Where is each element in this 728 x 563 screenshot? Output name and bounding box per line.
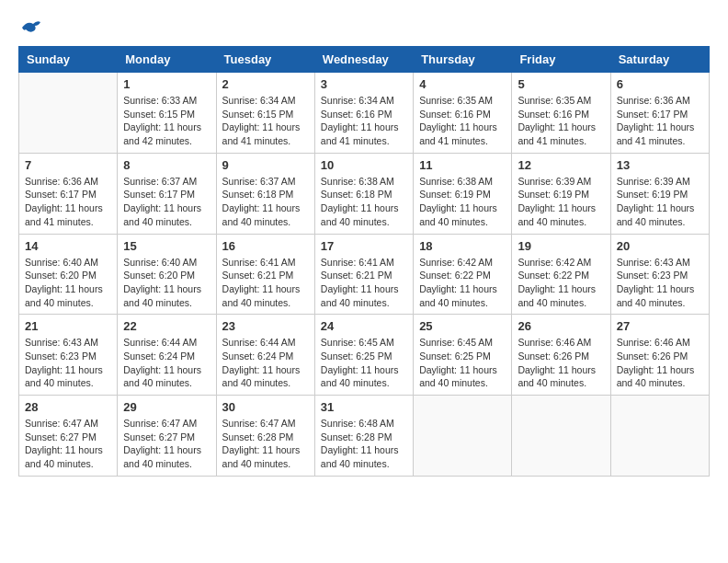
cell-info: Sunrise: 6:35 AMSunset: 6:16 PMDaylight:… — [518, 94, 604, 148]
day-number: 25 — [419, 319, 506, 333]
day-number: 16 — [222, 239, 309, 253]
cell-info: Sunrise: 6:45 AMSunset: 6:25 PMDaylight:… — [321, 336, 407, 390]
day-number: 9 — [222, 158, 309, 172]
cell-info: Sunrise: 6:46 AMSunset: 6:26 PMDaylight:… — [617, 336, 703, 390]
day-number: 8 — [123, 158, 210, 172]
calendar-cell — [512, 396, 610, 477]
day-number: 2 — [222, 77, 309, 91]
day-number: 11 — [419, 158, 506, 172]
cell-info: Sunrise: 6:36 AMSunset: 6:17 PMDaylight:… — [25, 175, 111, 229]
calendar-cell: 31Sunrise: 6:48 AMSunset: 6:28 PMDayligh… — [314, 396, 413, 477]
calendar-cell: 20Sunrise: 6:43 AMSunset: 6:23 PMDayligh… — [610, 234, 709, 315]
calendar-cell: 23Sunrise: 6:44 AMSunset: 6:24 PMDayligh… — [216, 315, 314, 396]
cell-info: Sunrise: 6:38 AMSunset: 6:18 PMDaylight:… — [321, 175, 407, 229]
day-number: 3 — [321, 77, 407, 91]
cell-info: Sunrise: 6:40 AMSunset: 6:20 PMDaylight:… — [25, 256, 111, 310]
calendar-cell: 27Sunrise: 6:46 AMSunset: 6:26 PMDayligh… — [610, 315, 709, 396]
calendar-cell: 18Sunrise: 6:42 AMSunset: 6:22 PMDayligh… — [414, 234, 512, 315]
calendar-cell: 13Sunrise: 6:39 AMSunset: 6:19 PMDayligh… — [610, 153, 709, 234]
cell-info: Sunrise: 6:41 AMSunset: 6:21 PMDaylight:… — [222, 256, 309, 310]
calendar-week-3: 14Sunrise: 6:40 AMSunset: 6:20 PMDayligh… — [19, 234, 710, 315]
page-header — [18, 18, 710, 37]
calendar-cell: 15Sunrise: 6:40 AMSunset: 6:20 PMDayligh… — [118, 234, 216, 315]
calendar-cell: 11Sunrise: 6:38 AMSunset: 6:19 PMDayligh… — [414, 153, 512, 234]
calendar-cell: 1Sunrise: 6:33 AMSunset: 6:15 PMDaylight… — [118, 73, 216, 154]
day-number: 1 — [123, 77, 210, 91]
day-number: 27 — [617, 319, 703, 333]
calendar-week-4: 21Sunrise: 6:43 AMSunset: 6:23 PMDayligh… — [19, 315, 710, 396]
cell-info: Sunrise: 6:36 AMSunset: 6:17 PMDaylight:… — [617, 94, 703, 148]
day-number: 18 — [419, 239, 506, 253]
calendar-cell: 26Sunrise: 6:46 AMSunset: 6:26 PMDayligh… — [512, 315, 610, 396]
calendar-cell: 2Sunrise: 6:34 AMSunset: 6:15 PMDaylight… — [216, 73, 314, 154]
day-number: 20 — [617, 239, 703, 253]
column-header-sunday: Sunday — [19, 47, 118, 73]
column-header-thursday: Thursday — [414, 47, 512, 73]
cell-info: Sunrise: 6:37 AMSunset: 6:18 PMDaylight:… — [222, 175, 309, 229]
cell-info: Sunrise: 6:45 AMSunset: 6:25 PMDaylight:… — [419, 336, 506, 390]
cell-info: Sunrise: 6:48 AMSunset: 6:28 PMDaylight:… — [321, 417, 407, 471]
cell-info: Sunrise: 6:38 AMSunset: 6:19 PMDaylight:… — [419, 175, 506, 229]
cell-info: Sunrise: 6:34 AMSunset: 6:16 PMDaylight:… — [321, 94, 407, 148]
day-number: 13 — [617, 158, 703, 172]
calendar-cell — [610, 396, 709, 477]
calendar-cell: 10Sunrise: 6:38 AMSunset: 6:18 PMDayligh… — [314, 153, 413, 234]
day-number: 12 — [518, 158, 604, 172]
calendar-week-1: 1Sunrise: 6:33 AMSunset: 6:15 PMDaylight… — [19, 73, 710, 154]
cell-info: Sunrise: 6:43 AMSunset: 6:23 PMDaylight:… — [617, 256, 703, 310]
cell-info: Sunrise: 6:43 AMSunset: 6:23 PMDaylight:… — [25, 336, 111, 390]
calendar-cell — [19, 73, 118, 154]
cell-info: Sunrise: 6:37 AMSunset: 6:17 PMDaylight:… — [123, 175, 210, 229]
cell-info: Sunrise: 6:46 AMSunset: 6:26 PMDaylight:… — [518, 336, 604, 390]
calendar-cell: 17Sunrise: 6:41 AMSunset: 6:21 PMDayligh… — [314, 234, 413, 315]
cell-info: Sunrise: 6:47 AMSunset: 6:27 PMDaylight:… — [123, 417, 210, 471]
calendar-cell: 14Sunrise: 6:40 AMSunset: 6:20 PMDayligh… — [19, 234, 118, 315]
calendar-week-2: 7Sunrise: 6:36 AMSunset: 6:17 PMDaylight… — [19, 153, 710, 234]
calendar-cell: 30Sunrise: 6:47 AMSunset: 6:28 PMDayligh… — [216, 396, 314, 477]
calendar-cell: 12Sunrise: 6:39 AMSunset: 6:19 PMDayligh… — [512, 153, 610, 234]
calendar-cell: 28Sunrise: 6:47 AMSunset: 6:27 PMDayligh… — [19, 396, 118, 477]
calendar-cell: 24Sunrise: 6:45 AMSunset: 6:25 PMDayligh… — [314, 315, 413, 396]
cell-info: Sunrise: 6:42 AMSunset: 6:22 PMDaylight:… — [419, 256, 506, 310]
calendar-cell: 29Sunrise: 6:47 AMSunset: 6:27 PMDayligh… — [118, 396, 216, 477]
calendar-cell: 5Sunrise: 6:35 AMSunset: 6:16 PMDaylight… — [512, 73, 610, 154]
calendar-week-5: 28Sunrise: 6:47 AMSunset: 6:27 PMDayligh… — [19, 396, 710, 477]
day-number: 26 — [518, 319, 604, 333]
day-number: 23 — [222, 319, 309, 333]
cell-info: Sunrise: 6:39 AMSunset: 6:19 PMDaylight:… — [617, 175, 703, 229]
day-number: 24 — [321, 319, 407, 333]
day-number: 10 — [321, 158, 407, 172]
calendar-cell: 21Sunrise: 6:43 AMSunset: 6:23 PMDayligh… — [19, 315, 118, 396]
calendar-cell: 6Sunrise: 6:36 AMSunset: 6:17 PMDaylight… — [610, 73, 709, 154]
cell-info: Sunrise: 6:35 AMSunset: 6:16 PMDaylight:… — [419, 94, 506, 148]
day-number: 5 — [518, 77, 604, 91]
day-number: 4 — [419, 77, 506, 91]
day-number: 17 — [321, 239, 407, 253]
day-number: 22 — [123, 319, 210, 333]
day-number: 7 — [25, 158, 111, 172]
column-header-saturday: Saturday — [610, 47, 709, 73]
column-header-wednesday: Wednesday — [314, 47, 413, 73]
calendar-cell: 4Sunrise: 6:35 AMSunset: 6:16 PMDaylight… — [414, 73, 512, 154]
cell-info: Sunrise: 6:47 AMSunset: 6:28 PMDaylight:… — [222, 417, 309, 471]
calendar-cell: 19Sunrise: 6:42 AMSunset: 6:22 PMDayligh… — [512, 234, 610, 315]
calendar-table: SundayMondayTuesdayWednesdayThursdayFrid… — [18, 46, 710, 477]
calendar-cell: 3Sunrise: 6:34 AMSunset: 6:16 PMDaylight… — [314, 73, 413, 154]
column-header-monday: Monday — [118, 47, 216, 73]
day-number: 15 — [123, 239, 210, 253]
day-number: 31 — [321, 400, 407, 414]
cell-info: Sunrise: 6:44 AMSunset: 6:24 PMDaylight:… — [123, 336, 210, 390]
logo — [18, 18, 42, 37]
day-number: 21 — [25, 319, 111, 333]
cell-info: Sunrise: 6:47 AMSunset: 6:27 PMDaylight:… — [25, 417, 111, 471]
calendar-cell: 9Sunrise: 6:37 AMSunset: 6:18 PMDaylight… — [216, 153, 314, 234]
cell-info: Sunrise: 6:39 AMSunset: 6:19 PMDaylight:… — [518, 175, 604, 229]
cell-info: Sunrise: 6:40 AMSunset: 6:20 PMDaylight:… — [123, 256, 210, 310]
column-header-tuesday: Tuesday — [216, 47, 314, 73]
day-number: 19 — [518, 239, 604, 253]
calendar-header-row: SundayMondayTuesdayWednesdayThursdayFrid… — [19, 47, 710, 73]
day-number: 29 — [123, 400, 210, 414]
cell-info: Sunrise: 6:42 AMSunset: 6:22 PMDaylight:… — [518, 256, 604, 310]
calendar-cell — [414, 396, 512, 477]
calendar-cell: 7Sunrise: 6:36 AMSunset: 6:17 PMDaylight… — [19, 153, 118, 234]
